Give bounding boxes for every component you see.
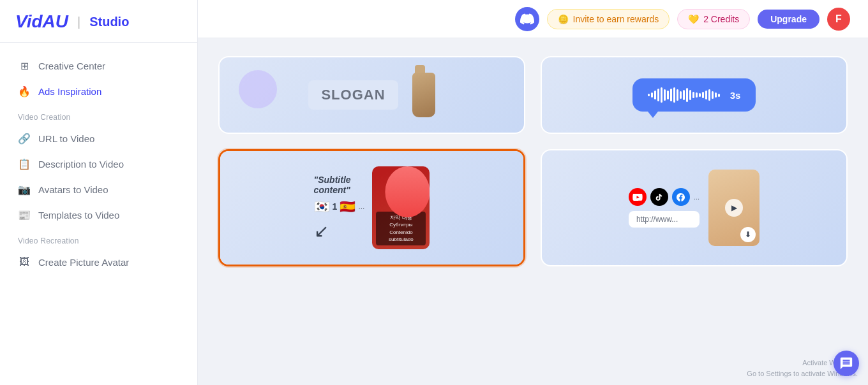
- sidebar-item-avatars-to-video[interactable]: 📷 Avatars to Video: [0, 177, 197, 202]
- wave-bar: [708, 89, 710, 101]
- logo-area: VidAU | Studio: [0, 0, 197, 43]
- wave-bar: [673, 87, 675, 103]
- wave-bar: [686, 88, 688, 102]
- youtube-icon: [629, 188, 647, 206]
- wave-bar: [712, 91, 714, 99]
- invite-label: Invite to earn rewards: [573, 14, 659, 24]
- credits-button[interactable]: 💛 2 Credits: [677, 9, 750, 29]
- grid-icon: ⊞: [18, 59, 31, 72]
- wave-bar: [705, 91, 707, 99]
- card-watermarks[interactable]: SLOGAN Watermarks/Subtitles Removal: [218, 56, 525, 134]
- content-area: SLOGAN Watermarks/Subtitles Removal: [198, 38, 868, 385]
- templates-icon: 📰: [18, 208, 31, 221]
- wave-bar: [657, 89, 659, 101]
- logo-product: Studio: [89, 15, 129, 29]
- social-icons-row: ...: [629, 188, 700, 206]
- flags-row: 🇰🇷 1 🇪🇸 ...: [314, 199, 365, 214]
- cards-grid: SLOGAN Watermarks/Subtitles Removal: [218, 56, 848, 266]
- sidebar-item-create-picture-avatar[interactable]: 🖼 Create Picture Avatar: [0, 249, 197, 275]
- wave-bar: [667, 91, 669, 99]
- section-label-video-recreation: Video Recreation: [0, 228, 197, 249]
- card-title-watermarks: Watermarks/Subtitles Removal: [220, 133, 524, 134]
- wave-bar: [702, 92, 704, 98]
- logo-brand: VidAU: [15, 11, 68, 32]
- wave-bar: [651, 92, 653, 98]
- sidebar-item-url-to-video[interactable]: 🔗 URL to Video: [0, 126, 197, 151]
- sidebar-item-label: Templates to Video: [38, 210, 119, 221]
- wave-bar: [689, 90, 691, 100]
- wave-bar: [677, 89, 678, 101]
- flag-spain: 🇪🇸: [340, 199, 355, 214]
- chat-support-button[interactable]: [834, 351, 859, 376]
- decorative-blob: [239, 70, 277, 108]
- sidebar-item-label: Ads Inspiration: [38, 86, 101, 97]
- play-button: ▶: [725, 199, 743, 217]
- sidebar-item-templates-to-video[interactable]: 📰 Templates to Video: [0, 202, 197, 228]
- wave-bar: [661, 87, 662, 103]
- flag-korean: 🇰🇷: [314, 199, 330, 214]
- user-avatar[interactable]: F: [827, 8, 850, 31]
- download-icon-circle: ⬇: [740, 227, 756, 242]
- invite-icon: 🪙: [558, 14, 569, 24]
- card-thumbnail-watermarks: SLOGAN: [220, 57, 524, 133]
- sidebar-item-label: Avatars to Video: [38, 184, 108, 195]
- discord-button[interactable]: [515, 7, 539, 31]
- bottle-body: [412, 73, 435, 117]
- arrow-symbol: ↙: [314, 221, 365, 242]
- subtitle-quote-text: "Subtitlecontent": [314, 175, 365, 195]
- more-social: ...: [694, 193, 700, 201]
- link-icon: 🔗: [18, 132, 31, 145]
- sidebar-item-label: Creative Center: [38, 61, 105, 71]
- main-area: 🪙 Invite to earn rewards 💛 2 Credits Upg…: [198, 0, 868, 385]
- card-tts[interactable]: 3s Text to Speech: [541, 56, 848, 134]
- wave-bar: [692, 92, 694, 98]
- logo-divider: |: [77, 15, 80, 29]
- flag-number: 1: [333, 201, 338, 212]
- credits-label: 2 Credits: [703, 14, 739, 24]
- sidebar: VidAU | Studio ⊞ Creative Center 🔥 Ads I…: [0, 0, 198, 385]
- wave-bar: [648, 94, 650, 96]
- subtitle-overlay-text: 자막 내용СубтитрыContenidosubtitulado: [376, 212, 426, 245]
- sidebar-item-description-to-video[interactable]: 📋 Description to Video: [0, 151, 197, 177]
- wave-bar: [699, 93, 701, 97]
- wave-bar: [670, 89, 672, 101]
- credits-icon: 💛: [688, 14, 699, 24]
- download-left-panel: ... http://www...: [629, 188, 700, 228]
- sidebar-navigation: ⊞ Creative Center 🔥 Ads Inspiration Vide…: [0, 43, 197, 385]
- wave-bar: [680, 91, 682, 99]
- wave-bar: [664, 89, 666, 101]
- section-label-video-creation: Video Creation: [0, 104, 197, 126]
- fire-icon: 🔥: [18, 85, 31, 98]
- subtitle-right-panel: 자막 내용СубтитрыContenidosubtitulado: [372, 166, 430, 249]
- sidebar-item-creative-center[interactable]: ⊞ Creative Center: [0, 53, 197, 78]
- wave-bar: [654, 91, 656, 99]
- header: 🪙 Invite to earn rewards 💛 2 Credits Upg…: [198, 0, 868, 38]
- download-right-panel: Product Title ▶ ⬇: [708, 170, 760, 246]
- card-subtitle-translate[interactable]: "Subtitlecontent" 🇰🇷 1 🇪🇸 ... ↙ 자막 내용Суб…: [218, 149, 525, 266]
- card-title-subtitle-translate: Video Subtitles Translate: [220, 265, 523, 266]
- card-video-download[interactable]: ... http://www... Product Title ▶ ⬇ Vide…: [541, 149, 848, 266]
- wave-bar: [715, 92, 717, 98]
- wave-bar: [683, 90, 685, 100]
- avatar-icon: 📷: [18, 183, 31, 196]
- sidebar-item-ads-inspiration[interactable]: 🔥 Ads Inspiration: [0, 78, 197, 104]
- description-icon: 📋: [18, 157, 31, 170]
- card-title-tts: Text to Speech: [542, 133, 846, 134]
- card-thumbnail-tts: 3s: [542, 57, 846, 133]
- slogan-text: SLOGAN: [308, 80, 398, 110]
- more-flags: ...: [358, 202, 364, 211]
- url-input-visual: http://www...: [629, 211, 700, 228]
- sidebar-item-label: Description to Video: [38, 159, 124, 170]
- wave-bar: [718, 94, 720, 97]
- card-thumbnail-download: ... http://www... Product Title ▶ ⬇: [542, 150, 846, 265]
- picture-icon: 🖼: [18, 256, 31, 268]
- invite-rewards-button[interactable]: 🪙 Invite to earn rewards: [547, 9, 670, 29]
- timer-badge: 3s: [730, 90, 741, 101]
- facebook-icon: [672, 188, 690, 206]
- upgrade-button[interactable]: Upgrade: [758, 10, 819, 29]
- speech-bubble-visual: 3s: [632, 78, 756, 112]
- sidebar-item-label: Create Picture Avatar: [38, 257, 129, 268]
- slogan-bottle-visual: SLOGAN: [308, 73, 435, 117]
- wave-bar: [696, 92, 698, 98]
- sidebar-item-label: URL to Video: [38, 133, 94, 144]
